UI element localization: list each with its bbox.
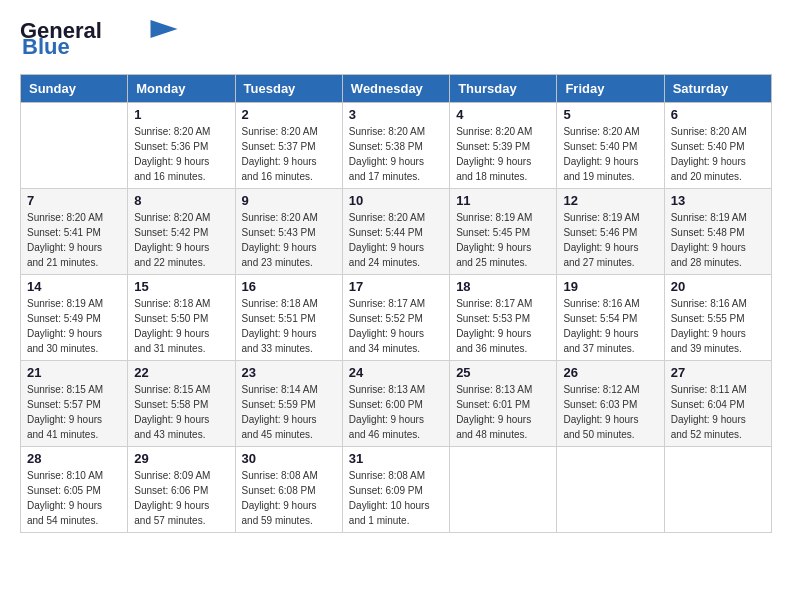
sunrise-text: Sunrise: 8:13 AM <box>456 382 550 397</box>
day-detail: Sunrise: 8:16 AMSunset: 5:54 PMDaylight:… <box>563 296 657 356</box>
calendar-week-row: 1Sunrise: 8:20 AMSunset: 5:36 PMDaylight… <box>21 103 772 189</box>
day-number: 11 <box>456 193 550 208</box>
sunset-text: Sunset: 5:55 PM <box>671 311 765 326</box>
day-detail: Sunrise: 8:19 AMSunset: 5:45 PMDaylight:… <box>456 210 550 270</box>
sunset-text: Sunset: 5:39 PM <box>456 139 550 154</box>
calendar-cell: 26Sunrise: 8:12 AMSunset: 6:03 PMDayligh… <box>557 361 664 447</box>
daylight-text: Daylight: 9 hours and 28 minutes. <box>671 240 765 270</box>
day-number: 31 <box>349 451 443 466</box>
sunset-text: Sunset: 5:58 PM <box>134 397 228 412</box>
day-number: 20 <box>671 279 765 294</box>
sunrise-text: Sunrise: 8:12 AM <box>563 382 657 397</box>
calendar-week-row: 7Sunrise: 8:20 AMSunset: 5:41 PMDaylight… <box>21 189 772 275</box>
sunset-text: Sunset: 5:37 PM <box>242 139 336 154</box>
daylight-text: Daylight: 10 hours and 1 minute. <box>349 498 443 528</box>
sunset-text: Sunset: 5:52 PM <box>349 311 443 326</box>
calendar-cell: 8Sunrise: 8:20 AMSunset: 5:42 PMDaylight… <box>128 189 235 275</box>
calendar-cell: 22Sunrise: 8:15 AMSunset: 5:58 PMDayligh… <box>128 361 235 447</box>
day-number: 22 <box>134 365 228 380</box>
daylight-text: Daylight: 9 hours and 54 minutes. <box>27 498 121 528</box>
daylight-text: Daylight: 9 hours and 31 minutes. <box>134 326 228 356</box>
sunset-text: Sunset: 5:42 PM <box>134 225 228 240</box>
day-number: 14 <box>27 279 121 294</box>
calendar-cell: 16Sunrise: 8:18 AMSunset: 5:51 PMDayligh… <box>235 275 342 361</box>
sunrise-text: Sunrise: 8:16 AM <box>563 296 657 311</box>
sunrise-text: Sunrise: 8:18 AM <box>242 296 336 311</box>
calendar-week-row: 21Sunrise: 8:15 AMSunset: 5:57 PMDayligh… <box>21 361 772 447</box>
sunset-text: Sunset: 5:43 PM <box>242 225 336 240</box>
day-detail: Sunrise: 8:20 AMSunset: 5:36 PMDaylight:… <box>134 124 228 184</box>
daylight-text: Daylight: 9 hours and 18 minutes. <box>456 154 550 184</box>
day-detail: Sunrise: 8:18 AMSunset: 5:51 PMDaylight:… <box>242 296 336 356</box>
day-detail: Sunrise: 8:10 AMSunset: 6:05 PMDaylight:… <box>27 468 121 528</box>
calendar-cell: 23Sunrise: 8:14 AMSunset: 5:59 PMDayligh… <box>235 361 342 447</box>
sunset-text: Sunset: 5:46 PM <box>563 225 657 240</box>
col-header-tuesday: Tuesday <box>235 75 342 103</box>
sunrise-text: Sunrise: 8:15 AM <box>27 382 121 397</box>
day-number: 19 <box>563 279 657 294</box>
sunrise-text: Sunrise: 8:19 AM <box>27 296 121 311</box>
calendar-cell <box>450 447 557 533</box>
daylight-text: Daylight: 9 hours and 39 minutes. <box>671 326 765 356</box>
calendar-cell: 3Sunrise: 8:20 AMSunset: 5:38 PMDaylight… <box>342 103 449 189</box>
daylight-text: Daylight: 9 hours and 23 minutes. <box>242 240 336 270</box>
sunset-text: Sunset: 6:09 PM <box>349 483 443 498</box>
day-detail: Sunrise: 8:20 AMSunset: 5:39 PMDaylight:… <box>456 124 550 184</box>
sunset-text: Sunset: 6:08 PM <box>242 483 336 498</box>
sunrise-text: Sunrise: 8:20 AM <box>134 124 228 139</box>
daylight-text: Daylight: 9 hours and 45 minutes. <box>242 412 336 442</box>
sunrise-text: Sunrise: 8:20 AM <box>242 210 336 225</box>
day-detail: Sunrise: 8:19 AMSunset: 5:49 PMDaylight:… <box>27 296 121 356</box>
daylight-text: Daylight: 9 hours and 48 minutes. <box>456 412 550 442</box>
calendar-cell <box>21 103 128 189</box>
day-detail: Sunrise: 8:08 AMSunset: 6:08 PMDaylight:… <box>242 468 336 528</box>
day-detail: Sunrise: 8:19 AMSunset: 5:46 PMDaylight:… <box>563 210 657 270</box>
day-detail: Sunrise: 8:20 AMSunset: 5:43 PMDaylight:… <box>242 210 336 270</box>
day-detail: Sunrise: 8:19 AMSunset: 5:48 PMDaylight:… <box>671 210 765 270</box>
sunrise-text: Sunrise: 8:19 AM <box>671 210 765 225</box>
calendar-cell: 2Sunrise: 8:20 AMSunset: 5:37 PMDaylight… <box>235 103 342 189</box>
calendar-cell: 28Sunrise: 8:10 AMSunset: 6:05 PMDayligh… <box>21 447 128 533</box>
calendar-table: SundayMondayTuesdayWednesdayThursdayFrid… <box>20 74 772 533</box>
daylight-text: Daylight: 9 hours and 59 minutes. <box>242 498 336 528</box>
calendar-cell: 5Sunrise: 8:20 AMSunset: 5:40 PMDaylight… <box>557 103 664 189</box>
day-detail: Sunrise: 8:09 AMSunset: 6:06 PMDaylight:… <box>134 468 228 528</box>
daylight-text: Daylight: 9 hours and 34 minutes. <box>349 326 443 356</box>
daylight-text: Daylight: 9 hours and 43 minutes. <box>134 412 228 442</box>
day-detail: Sunrise: 8:17 AMSunset: 5:52 PMDaylight:… <box>349 296 443 356</box>
day-number: 1 <box>134 107 228 122</box>
calendar-cell: 15Sunrise: 8:18 AMSunset: 5:50 PMDayligh… <box>128 275 235 361</box>
sunset-text: Sunset: 6:05 PM <box>27 483 121 498</box>
day-detail: Sunrise: 8:15 AMSunset: 5:58 PMDaylight:… <box>134 382 228 442</box>
sunrise-text: Sunrise: 8:15 AM <box>134 382 228 397</box>
day-detail: Sunrise: 8:20 AMSunset: 5:38 PMDaylight:… <box>349 124 443 184</box>
calendar-week-row: 28Sunrise: 8:10 AMSunset: 6:05 PMDayligh… <box>21 447 772 533</box>
sunrise-text: Sunrise: 8:08 AM <box>349 468 443 483</box>
logo-blue: Blue <box>22 34 70 59</box>
day-number: 30 <box>242 451 336 466</box>
sunset-text: Sunset: 5:53 PM <box>456 311 550 326</box>
sunrise-text: Sunrise: 8:17 AM <box>349 296 443 311</box>
day-number: 23 <box>242 365 336 380</box>
sunset-text: Sunset: 6:06 PM <box>134 483 228 498</box>
day-number: 6 <box>671 107 765 122</box>
calendar-cell: 1Sunrise: 8:20 AMSunset: 5:36 PMDaylight… <box>128 103 235 189</box>
day-number: 29 <box>134 451 228 466</box>
sunset-text: Sunset: 5:50 PM <box>134 311 228 326</box>
daylight-text: Daylight: 9 hours and 46 minutes. <box>349 412 443 442</box>
calendar-cell: 13Sunrise: 8:19 AMSunset: 5:48 PMDayligh… <box>664 189 771 275</box>
calendar-cell: 29Sunrise: 8:09 AMSunset: 6:06 PMDayligh… <box>128 447 235 533</box>
day-number: 2 <box>242 107 336 122</box>
day-number: 18 <box>456 279 550 294</box>
sunrise-text: Sunrise: 8:20 AM <box>349 210 443 225</box>
calendar-cell: 9Sunrise: 8:20 AMSunset: 5:43 PMDaylight… <box>235 189 342 275</box>
day-detail: Sunrise: 8:11 AMSunset: 6:04 PMDaylight:… <box>671 382 765 442</box>
day-number: 9 <box>242 193 336 208</box>
sunrise-text: Sunrise: 8:20 AM <box>456 124 550 139</box>
day-number: 8 <box>134 193 228 208</box>
calendar-cell: 7Sunrise: 8:20 AMSunset: 5:41 PMDaylight… <box>21 189 128 275</box>
calendar-cell: 27Sunrise: 8:11 AMSunset: 6:04 PMDayligh… <box>664 361 771 447</box>
calendar-cell: 18Sunrise: 8:17 AMSunset: 5:53 PMDayligh… <box>450 275 557 361</box>
calendar-header-row: SundayMondayTuesdayWednesdayThursdayFrid… <box>21 75 772 103</box>
sunrise-text: Sunrise: 8:20 AM <box>671 124 765 139</box>
